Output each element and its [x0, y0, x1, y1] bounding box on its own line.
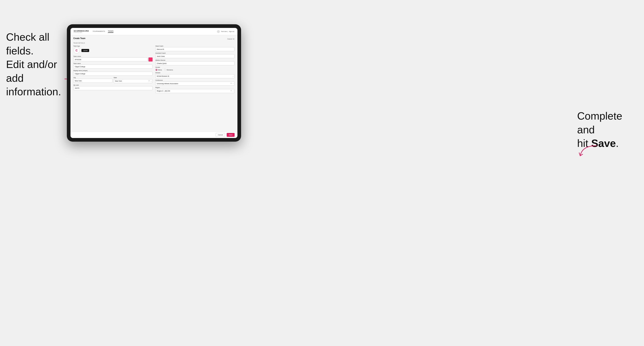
- team-name-input[interactable]: [73, 65, 152, 69]
- team-colour-input[interactable]: [73, 57, 148, 61]
- assistant-coach-input[interactable]: [156, 54, 234, 58]
- main-content: Create Team Cancel ✕ TEAM DETAILS Team l…: [70, 35, 238, 132]
- display-name-group: Display name (unique): [73, 70, 152, 76]
- region-select[interactable]: Region II - (M) DIII: [156, 89, 234, 93]
- display-name-label: Display name (unique): [73, 70, 152, 71]
- user-avatar: [217, 30, 220, 33]
- team-name-label: Team name: [73, 63, 152, 64]
- conference-label: Conference: [156, 80, 234, 81]
- gender-mens-option[interactable]: Mens: [156, 69, 162, 71]
- gender-label: Gender: [156, 67, 234, 68]
- nav-teams[interactable]: TEAMS: [108, 30, 114, 33]
- gender-group: Gender Mens Womens: [156, 67, 234, 71]
- team-colour-group: Team colour: [73, 56, 152, 61]
- division-select-wrapper: NCAA Division III ⌄: [156, 74, 234, 78]
- close-icon: ✕: [233, 38, 234, 40]
- form-footer: Cancel Save: [70, 132, 238, 138]
- upload-button[interactable]: Upload: [82, 49, 89, 52]
- team-logo-label: Team logo: [73, 45, 152, 47]
- zip-input[interactable]: [73, 86, 152, 90]
- display-name-input[interactable]: [73, 72, 152, 76]
- conference-select[interactable]: University Athletic Association: [156, 82, 234, 86]
- state-select[interactable]: New York: [114, 79, 153, 83]
- gender-radio-group: Mens Womens: [156, 69, 234, 71]
- mens-radio-dot[interactable]: [156, 69, 158, 71]
- tablet-screen: SCOREBOARD Powered by clippd TOURNAMENTS…: [70, 28, 238, 138]
- sign-out-link[interactable]: Sign out: [229, 31, 234, 32]
- state-select-wrapper: New York ✕ ⌄: [114, 79, 153, 83]
- team-name-group: Team name: [73, 63, 152, 69]
- logo-subtitle: Powered by clippd: [74, 32, 89, 33]
- division-select[interactable]: NCAA Division III: [156, 74, 234, 78]
- division-label: Division: [156, 72, 234, 73]
- city-state-group: City State New York ✕ ⌄: [73, 77, 152, 83]
- state-clear-icon[interactable]: ✕: [148, 80, 150, 82]
- conference-select-wrapper: University Athletic Association ✕ ⌄: [156, 81, 234, 86]
- zip-label: Zip code: [73, 84, 152, 86]
- zip-code-group: Zip code: [73, 84, 152, 90]
- colour-swatch[interactable]: [148, 57, 152, 61]
- team-logo-preview: C: [73, 47, 80, 54]
- athletic-director-group: Athletic Director: [156, 59, 234, 65]
- assistant-coach-label: Assistant Coach: [156, 52, 234, 54]
- team-logo-group: Team logo C Upload: [73, 45, 152, 54]
- logo-upload-area: C Upload: [73, 47, 152, 54]
- state-group: State New York ✕ ⌄: [114, 77, 153, 83]
- city-group: City: [73, 77, 112, 83]
- region-select-wrapper: Region II - (M) DIII ✕ ⌄: [156, 89, 234, 93]
- navbar-right: Test User | Sign out: [217, 30, 234, 33]
- instruction-left: Check all fields. Edit and/or add inform…: [6, 30, 63, 99]
- conference-clear-icon[interactable]: ✕: [230, 83, 232, 84]
- team-colour-label: Team colour: [73, 56, 152, 57]
- head-coach-input[interactable]: [156, 47, 234, 51]
- section-label: TEAM DETAILS: [73, 42, 234, 44]
- conference-group: Conference University Athletic Associati…: [156, 80, 234, 86]
- form-left: Team logo C Upload Team colour: [73, 45, 152, 93]
- division-group: Division NCAA Division III ⌄: [156, 72, 234, 78]
- womens-radio-dot[interactable]: [164, 69, 166, 71]
- form-right: Head Coach Assistant Coach Athletic Dire…: [156, 45, 234, 93]
- nav-tournaments[interactable]: TOURNAMENTS: [92, 30, 105, 32]
- city-label: City: [73, 77, 112, 78]
- page-header: Create Team Cancel ✕: [73, 37, 234, 41]
- city-input[interactable]: [73, 79, 112, 83]
- gender-womens-option[interactable]: Womens: [164, 69, 173, 71]
- cancel-button[interactable]: Cancel: [216, 133, 225, 137]
- athletic-director-input[interactable]: [156, 61, 234, 65]
- user-name: Test User |: [221, 31, 228, 32]
- region-label: Region: [156, 87, 234, 88]
- navbar: SCOREBOARD Powered by clippd TOURNAMENTS…: [70, 28, 238, 35]
- logo-area: SCOREBOARD Powered by clippd: [74, 30, 89, 33]
- navbar-left: SCOREBOARD Powered by clippd TOURNAMENTS…: [74, 30, 114, 33]
- athletic-director-label: Athletic Director: [156, 59, 234, 61]
- form-grid: Team logo C Upload Team colour: [73, 45, 234, 93]
- save-button[interactable]: Save: [227, 133, 234, 137]
- page-title: Create Team: [73, 37, 85, 39]
- state-label: State: [114, 77, 153, 78]
- womens-label: Womens: [167, 69, 173, 71]
- city-state-row: City State New York ✕ ⌄: [73, 77, 152, 83]
- nav-links: TOURNAMENTS TEAMS: [92, 30, 114, 33]
- mens-label: Mens: [158, 69, 162, 71]
- head-coach-label: Head Coach: [156, 45, 234, 47]
- tablet-frame: SCOREBOARD Powered by clippd TOURNAMENTS…: [67, 24, 241, 142]
- team-colour-input-wrapper: [73, 57, 152, 61]
- assistant-coach-group: Assistant Coach: [156, 52, 234, 58]
- head-coach-group: Head Coach: [156, 45, 234, 51]
- arrow-right-icon: [578, 144, 598, 162]
- cancel-top-button[interactable]: Cancel ✕: [227, 38, 234, 40]
- region-group: Region Region II - (M) DIII ✕ ⌄: [156, 87, 234, 93]
- region-clear-icon[interactable]: ✕: [230, 90, 232, 92]
